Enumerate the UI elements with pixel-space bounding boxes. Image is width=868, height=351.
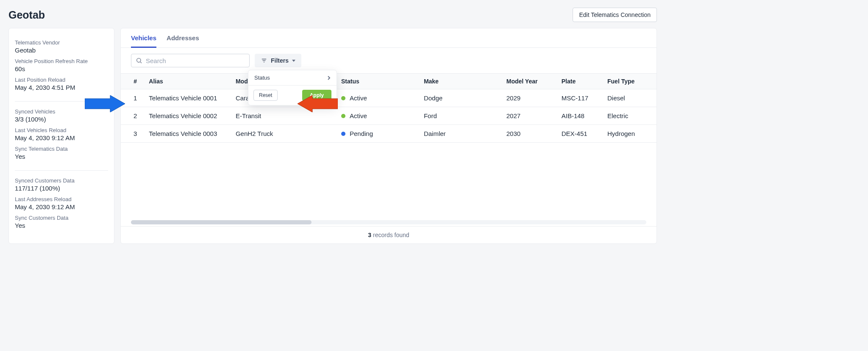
kv-label: Synced Vehicles: [15, 108, 108, 115]
records-count: 3: [368, 232, 371, 238]
cell-status: Active: [335, 89, 418, 107]
chevron-right-icon: [327, 75, 331, 80]
cell-make: Dodge: [418, 89, 501, 107]
filters-button[interactable]: Filters: [255, 54, 301, 67]
cell-make: Daimler: [418, 125, 501, 143]
kv-label: Telematics Vendor: [15, 39, 108, 46]
cell-alias: Telematics Vehicle 0002: [143, 107, 230, 125]
cell-index: 3: [121, 125, 143, 143]
vehicles-table: # Alias Model Status Make Model Year Pla…: [121, 73, 657, 143]
cell-modelyear: 2030: [501, 125, 556, 143]
cell-make: Ford: [418, 107, 501, 125]
toolbar: Filters Status Reset Apply: [121, 48, 657, 73]
vehicles-table-scroll[interactable]: # Alias Model Status Make Model Year Pla…: [121, 73, 657, 220]
page-title: Geotab: [8, 9, 45, 21]
horizontal-scrollbar[interactable]: [131, 220, 646, 224]
cell-alias: Telematics Vehicle 0001: [143, 89, 230, 107]
kv-label: Last Vehicles Reload: [15, 127, 108, 133]
kv-value: Yes: [15, 153, 108, 160]
kv-label: Last Addresses Reload: [15, 196, 108, 202]
search-icon: [136, 57, 142, 64]
main-panel: Vehicles Addresses Filters Status: [120, 28, 657, 244]
kv-label: Last Position Reload: [15, 77, 108, 83]
col-modelyear[interactable]: Model Year: [501, 74, 556, 89]
details-sidebar: Telematics VendorGeotab Vehicle Position…: [8, 28, 114, 244]
filter-reset-button[interactable]: Reset: [253, 90, 278, 101]
kv-value: 3/3 (100%): [15, 116, 108, 123]
kv-label: Vehicle Position Refresh Rate: [15, 58, 108, 64]
table-row[interactable]: 1Telematics Vehicle 0001CaravanActiveDod…: [121, 89, 657, 107]
kv-value: May 4, 2030 4:51 PM: [15, 84, 108, 91]
col-status[interactable]: Status: [335, 74, 418, 89]
tab-vehicles[interactable]: Vehicles: [131, 34, 156, 48]
svg-point-0: [137, 58, 141, 62]
search-field[interactable]: [131, 54, 250, 67]
filter-icon: [261, 58, 267, 64]
cell-plate: MSC-117: [556, 89, 601, 107]
status-dot-icon: [341, 96, 345, 100]
cell-fueltype: Hydrogen: [601, 125, 657, 143]
table-header-row: # Alias Model Status Make Model Year Pla…: [121, 74, 657, 89]
status-dot-icon: [341, 132, 345, 136]
kv-label: Sync Telematics Data: [15, 146, 108, 152]
table-row[interactable]: 3Telematics Vehicle 0003GenH2 TruckPendi…: [121, 125, 657, 143]
filter-option-label: Status: [254, 75, 270, 81]
kv-value: Yes: [15, 222, 108, 229]
status-dot-icon: [341, 114, 345, 118]
filter-apply-button[interactable]: Apply: [302, 90, 331, 101]
cell-fueltype: Electric: [601, 107, 657, 125]
cell-model: GenH2 Truck: [230, 125, 335, 143]
chevron-down-icon: [292, 60, 295, 62]
cell-plate: DEX-451: [556, 125, 601, 143]
records-text: records found: [373, 232, 409, 238]
cell-status: Active: [335, 107, 418, 125]
table-row[interactable]: 2Telematics Vehicle 0002E-TransitActiveF…: [121, 107, 657, 125]
records-footer: 3 records found: [121, 226, 657, 243]
col-fueltype[interactable]: Fuel Type: [601, 74, 657, 89]
kv-value: Geotab: [15, 47, 108, 54]
cell-model: E-Transit: [230, 107, 335, 125]
cell-index: 1: [121, 89, 143, 107]
cell-modelyear: 2029: [501, 89, 556, 107]
col-index[interactable]: #: [121, 74, 143, 89]
kv-label: Synced Customers Data: [15, 177, 108, 184]
col-plate[interactable]: Plate: [556, 74, 601, 89]
search-input[interactable]: [146, 57, 245, 64]
svg-line-1: [140, 62, 142, 63]
filter-option-status[interactable]: Status: [248, 70, 337, 85]
edit-telematics-connection-button[interactable]: Edit Telematics Connection: [573, 8, 657, 22]
cell-fueltype: Diesel: [601, 89, 657, 107]
tab-bar: Vehicles Addresses: [121, 28, 657, 48]
cell-plate: AIB-148: [556, 107, 601, 125]
kv-value: 60s: [15, 65, 108, 72]
kv-value: 117/117 (100%): [15, 185, 108, 192]
kv-value: May 4, 2030 9:12 AM: [15, 203, 108, 210]
kv-value: May 4, 2030 9:12 AM: [15, 134, 108, 141]
cell-index: 2: [121, 107, 143, 125]
cell-status: Pending: [335, 125, 418, 143]
col-alias[interactable]: Alias: [143, 74, 230, 89]
filters-label: Filters: [271, 57, 289, 64]
tab-addresses[interactable]: Addresses: [167, 34, 199, 48]
filters-dropdown: Status Reset Apply: [248, 70, 337, 105]
cell-modelyear: 2027: [501, 107, 556, 125]
col-make[interactable]: Make: [418, 74, 501, 89]
kv-label: Sync Customers Data: [15, 215, 108, 221]
cell-alias: Telematics Vehicle 0003: [143, 125, 230, 143]
